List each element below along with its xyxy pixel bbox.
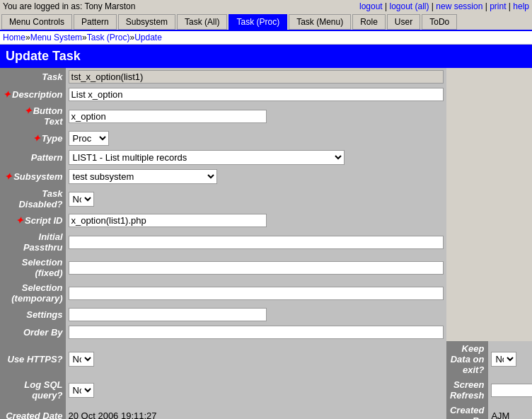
logout-link[interactable]: logout bbox=[359, 1, 383, 11]
tab-pattern[interactable]: Pattern bbox=[74, 14, 117, 30]
value-created-by: AJM bbox=[488, 403, 532, 419]
select-type[interactable]: Proc Menu bbox=[69, 131, 109, 146]
row-order-by: Order By bbox=[0, 323, 532, 341]
value-button-text bbox=[66, 103, 446, 129]
value-keep-data: No Yes bbox=[488, 341, 532, 377]
row-subsystem: ✦Subsystem test subsystem bbox=[0, 167, 532, 186]
value-log-sql: No Yes bbox=[66, 377, 446, 403]
row-button-text: ✦Button Text bbox=[0, 103, 532, 129]
input-screen-refresh[interactable] bbox=[491, 384, 532, 397]
tab-subsystem[interactable]: Subsystem bbox=[118, 14, 175, 30]
row-initial-passthru: Initial Passthru bbox=[0, 229, 532, 255]
logout-all-link[interactable]: logout (all) bbox=[390, 1, 429, 11]
input-description[interactable] bbox=[69, 88, 444, 101]
tab-todo[interactable]: ToDo bbox=[422, 14, 457, 30]
label-description: ✦Description bbox=[0, 86, 66, 103]
tab-bar: Menu Controls Pattern Subsystem Task (Al… bbox=[0, 13, 532, 31]
value-type: Proc Menu bbox=[66, 129, 446, 148]
user-label: You are logged in as: Tony Marston bbox=[3, 1, 135, 11]
value-initial-passthru bbox=[66, 229, 446, 255]
form-table: Task ✦Description ✦Button Text ✦Type Pro… bbox=[0, 68, 532, 419]
help-link[interactable]: help bbox=[513, 1, 529, 11]
input-initial-passthru[interactable] bbox=[69, 236, 444, 249]
breadcrumb: Home»Menu System»Task (Proc)»Update bbox=[0, 31, 532, 45]
top-bar: You are logged in as: Tony Marston logou… bbox=[0, 0, 532, 13]
value-screen-refresh bbox=[488, 377, 532, 403]
top-bar-links: logout | logout (all) | new session | pr… bbox=[359, 1, 529, 11]
new-session-link[interactable]: new session bbox=[436, 1, 482, 11]
row-logsql-refresh: Log SQL query? No Yes Screen Refresh bbox=[0, 377, 532, 403]
select-use-https[interactable]: No Yes bbox=[69, 352, 94, 367]
tab-task-menu[interactable]: Task (Menu) bbox=[289, 14, 351, 30]
value-description bbox=[66, 86, 446, 103]
row-task: Task bbox=[0, 68, 532, 86]
row-pattern: Pattern LIST1 - List multiple records bbox=[0, 148, 532, 167]
row-settings: Settings bbox=[0, 306, 532, 323]
input-task[interactable] bbox=[69, 70, 444, 84]
label-script-id: ✦Script ID bbox=[0, 212, 66, 229]
row-https-keepdata: Use HTTPS? No Yes Keep Data on exit? No … bbox=[0, 341, 532, 377]
label-screen-refresh: Screen Refresh bbox=[446, 377, 489, 403]
label-settings: Settings bbox=[0, 306, 66, 323]
value-settings bbox=[66, 306, 446, 323]
row-type: ✦Type Proc Menu bbox=[0, 129, 532, 148]
input-button-text[interactable] bbox=[69, 110, 267, 123]
breadcrumb-menu-system[interactable]: Menu System bbox=[30, 33, 82, 42]
breadcrumb-task-proc[interactable]: Task (Proc) bbox=[87, 33, 130, 42]
required-script-id: ✦ bbox=[16, 215, 23, 226]
tab-user[interactable]: User bbox=[387, 14, 420, 30]
value-pattern: LIST1 - List multiple records bbox=[66, 148, 446, 167]
select-task-disabled[interactable]: No Yes bbox=[69, 192, 94, 207]
value-task bbox=[66, 68, 446, 86]
label-selection-temporary: Selection (temporary) bbox=[0, 280, 66, 306]
required-description: ✦ bbox=[3, 89, 11, 100]
value-selection-temporary bbox=[66, 280, 446, 306]
print-link[interactable]: print bbox=[490, 1, 506, 11]
label-created-date: Created Date bbox=[0, 403, 66, 419]
select-subsystem[interactable]: test subsystem bbox=[69, 169, 217, 184]
required-type: ✦ bbox=[33, 133, 40, 144]
label-pattern: Pattern bbox=[0, 148, 66, 167]
value-script-id bbox=[66, 212, 446, 229]
row-script-id: ✦Script ID bbox=[0, 212, 532, 229]
select-pattern[interactable]: LIST1 - List multiple records bbox=[69, 150, 345, 165]
label-selection-fixed: Selection (fixed) bbox=[0, 255, 66, 280]
select-keep-data[interactable]: No Yes bbox=[491, 352, 516, 367]
label-log-sql: Log SQL query? bbox=[0, 377, 66, 403]
label-subsystem: ✦Subsystem bbox=[0, 167, 66, 186]
label-task-disabled: Task Disabled? bbox=[0, 186, 66, 212]
input-selection-temporary[interactable] bbox=[69, 287, 444, 300]
label-created-by: Created By bbox=[446, 403, 489, 419]
label-order-by: Order By bbox=[0, 323, 66, 341]
tab-task-proc[interactable]: Task (Proc) bbox=[229, 14, 287, 30]
required-subsystem: ✦ bbox=[4, 171, 12, 182]
input-script-id[interactable] bbox=[69, 214, 267, 227]
value-selection-fixed bbox=[66, 255, 446, 280]
required-button-text: ✦ bbox=[24, 105, 32, 116]
tab-role[interactable]: Role bbox=[352, 14, 386, 30]
breadcrumb-current: Update bbox=[134, 33, 162, 42]
value-subsystem: test subsystem bbox=[66, 167, 446, 186]
row-task-disabled: Task Disabled? No Yes bbox=[0, 186, 532, 212]
label-task: Task bbox=[0, 68, 66, 86]
page-title: Update Task bbox=[0, 45, 532, 68]
label-keep-data: Keep Data on exit? bbox=[446, 341, 489, 377]
value-task-disabled: No Yes bbox=[66, 186, 446, 212]
tab-task-all[interactable]: Task (All) bbox=[177, 14, 227, 30]
row-selection-temporary: Selection (temporary) bbox=[0, 280, 532, 306]
select-log-sql[interactable]: No Yes bbox=[69, 383, 94, 398]
tab-menu-controls[interactable]: Menu Controls bbox=[1, 14, 72, 30]
row-selection-fixed: Selection (fixed) bbox=[0, 255, 532, 280]
value-order-by bbox=[66, 323, 446, 341]
input-settings[interactable] bbox=[69, 308, 267, 321]
breadcrumb-home[interactable]: Home bbox=[3, 33, 25, 42]
label-initial-passthru: Initial Passthru bbox=[0, 229, 66, 255]
row-created: Created Date 20 Oct 2006 19:11:27 Create… bbox=[0, 403, 532, 419]
input-order-by[interactable] bbox=[69, 326, 444, 339]
label-button-text: ✦Button Text bbox=[0, 103, 66, 129]
row-description: ✦Description bbox=[0, 86, 532, 103]
label-type: ✦Type bbox=[0, 129, 66, 148]
input-selection-fixed[interactable] bbox=[69, 261, 444, 275]
label-use-https: Use HTTPS? bbox=[0, 341, 66, 377]
value-created-date: 20 Oct 2006 19:11:27 bbox=[66, 403, 446, 419]
